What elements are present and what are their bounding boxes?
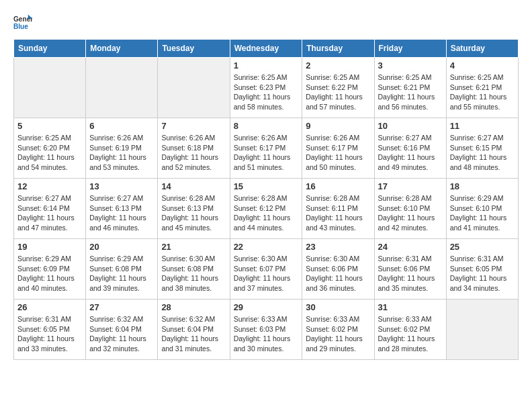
calendar-cell: 9Sunrise: 6:26 AMSunset: 6:17 PMDaylight… xyxy=(302,118,374,179)
weekday-header-sunday: Sunday xyxy=(14,40,86,58)
cell-content: Sunrise: 6:26 AMSunset: 6:18 PMDaylight:… xyxy=(161,133,226,173)
cell-content: Sunrise: 6:27 AMSunset: 6:13 PMDaylight:… xyxy=(89,193,154,233)
cell-content: Sunrise: 6:28 AMSunset: 6:13 PMDaylight:… xyxy=(161,193,226,233)
weekday-header-wednesday: Wednesday xyxy=(230,40,302,58)
day-number: 11 xyxy=(450,121,515,131)
cell-content: Sunrise: 6:32 AMSunset: 6:04 PMDaylight:… xyxy=(89,314,154,354)
weekday-header-thursday: Thursday xyxy=(302,40,374,58)
day-number: 19 xyxy=(17,242,82,252)
calendar-table: SundayMondayTuesdayWednesdayThursdayFrid… xyxy=(13,39,519,360)
day-number: 31 xyxy=(378,302,443,312)
calendar-cell: 22Sunrise: 6:30 AMSunset: 6:07 PMDayligh… xyxy=(230,239,302,300)
calendar-cell: 26Sunrise: 6:31 AMSunset: 6:05 PMDayligh… xyxy=(14,300,86,360)
cell-content: Sunrise: 6:25 AMSunset: 6:21 PMDaylight:… xyxy=(378,73,443,112)
week-row-2: 5Sunrise: 6:25 AMSunset: 6:20 PMDaylight… xyxy=(14,118,519,179)
cell-content: Sunrise: 6:27 AMSunset: 6:14 PMDaylight:… xyxy=(17,193,82,233)
cell-content: Sunrise: 6:26 AMSunset: 6:19 PMDaylight:… xyxy=(89,133,154,173)
calendar-cell: 13Sunrise: 6:27 AMSunset: 6:13 PMDayligh… xyxy=(86,179,158,239)
calendar-cell: 29Sunrise: 6:33 AMSunset: 6:03 PMDayligh… xyxy=(230,300,302,360)
cell-content: Sunrise: 6:27 AMSunset: 6:16 PMDaylight:… xyxy=(378,133,443,173)
day-number: 6 xyxy=(89,121,154,131)
cell-content: Sunrise: 6:28 AMSunset: 6:10 PMDaylight:… xyxy=(378,193,443,233)
calendar-cell: 3Sunrise: 6:25 AMSunset: 6:21 PMDaylight… xyxy=(374,58,446,118)
day-number: 5 xyxy=(17,121,82,131)
week-row-4: 19Sunrise: 6:29 AMSunset: 6:09 PMDayligh… xyxy=(14,239,519,300)
day-number: 14 xyxy=(161,181,226,191)
cell-content: Sunrise: 6:33 AMSunset: 6:02 PMDaylight:… xyxy=(378,314,443,354)
day-number: 20 xyxy=(89,242,154,252)
day-number: 22 xyxy=(234,242,299,252)
cell-content: Sunrise: 6:28 AMSunset: 6:11 PMDaylight:… xyxy=(306,193,370,233)
calendar-cell: 15Sunrise: 6:28 AMSunset: 6:12 PMDayligh… xyxy=(230,179,302,239)
cell-content: Sunrise: 6:31 AMSunset: 6:05 PMDaylight:… xyxy=(450,254,515,293)
logo: General Blue xyxy=(13,13,32,32)
week-row-1: 1Sunrise: 6:25 AMSunset: 6:23 PMDaylight… xyxy=(14,58,519,118)
calendar-cell xyxy=(14,58,86,118)
week-row-5: 26Sunrise: 6:31 AMSunset: 6:05 PMDayligh… xyxy=(14,300,519,360)
calendar-cell: 27Sunrise: 6:32 AMSunset: 6:04 PMDayligh… xyxy=(86,300,158,360)
calendar-cell: 12Sunrise: 6:27 AMSunset: 6:14 PMDayligh… xyxy=(14,179,86,239)
calendar-cell: 19Sunrise: 6:29 AMSunset: 6:09 PMDayligh… xyxy=(14,239,86,300)
weekday-header-monday: Monday xyxy=(86,40,158,58)
day-number: 28 xyxy=(161,302,226,312)
day-number: 21 xyxy=(161,242,226,252)
calendar-cell: 31Sunrise: 6:33 AMSunset: 6:02 PMDayligh… xyxy=(374,300,446,360)
day-number: 17 xyxy=(378,181,443,191)
calendar-cell: 25Sunrise: 6:31 AMSunset: 6:05 PMDayligh… xyxy=(446,239,518,300)
day-number: 10 xyxy=(378,121,443,131)
cell-content: Sunrise: 6:30 AMSunset: 6:07 PMDaylight:… xyxy=(234,254,299,293)
calendar-cell: 17Sunrise: 6:28 AMSunset: 6:10 PMDayligh… xyxy=(374,179,446,239)
weekday-header-friday: Friday xyxy=(374,40,446,58)
calendar-cell: 14Sunrise: 6:28 AMSunset: 6:13 PMDayligh… xyxy=(158,179,230,239)
day-number: 23 xyxy=(306,242,370,252)
cell-content: Sunrise: 6:29 AMSunset: 6:08 PMDaylight:… xyxy=(89,254,154,293)
cell-content: Sunrise: 6:25 AMSunset: 6:21 PMDaylight:… xyxy=(450,73,515,112)
day-number: 12 xyxy=(17,181,82,191)
calendar-cell xyxy=(446,300,518,360)
cell-content: Sunrise: 6:31 AMSunset: 6:06 PMDaylight:… xyxy=(378,254,443,293)
cell-content: Sunrise: 6:29 AMSunset: 6:09 PMDaylight:… xyxy=(17,254,82,293)
cell-content: Sunrise: 6:28 AMSunset: 6:12 PMDaylight:… xyxy=(234,193,299,233)
calendar-cell: 20Sunrise: 6:29 AMSunset: 6:08 PMDayligh… xyxy=(86,239,158,300)
cell-content: Sunrise: 6:25 AMSunset: 6:20 PMDaylight:… xyxy=(17,133,82,173)
cell-content: Sunrise: 6:29 AMSunset: 6:10 PMDaylight:… xyxy=(450,193,515,233)
calendar-cell: 21Sunrise: 6:30 AMSunset: 6:08 PMDayligh… xyxy=(158,239,230,300)
day-number: 3 xyxy=(378,60,443,71)
logo-icon: General Blue xyxy=(13,13,32,32)
day-number: 24 xyxy=(378,242,443,252)
cell-content: Sunrise: 6:25 AMSunset: 6:23 PMDaylight:… xyxy=(234,73,299,112)
page-header: General Blue xyxy=(13,13,519,32)
cell-content: Sunrise: 6:25 AMSunset: 6:22 PMDaylight:… xyxy=(306,73,370,112)
week-row-3: 12Sunrise: 6:27 AMSunset: 6:14 PMDayligh… xyxy=(14,179,519,239)
calendar-cell: 24Sunrise: 6:31 AMSunset: 6:06 PMDayligh… xyxy=(374,239,446,300)
weekday-header-row: SundayMondayTuesdayWednesdayThursdayFrid… xyxy=(14,40,519,58)
calendar-cell: 28Sunrise: 6:32 AMSunset: 6:04 PMDayligh… xyxy=(158,300,230,360)
day-number: 7 xyxy=(161,121,226,131)
day-number: 25 xyxy=(450,242,515,252)
day-number: 27 xyxy=(89,302,154,312)
day-number: 9 xyxy=(306,121,370,131)
cell-content: Sunrise: 6:33 AMSunset: 6:02 PMDaylight:… xyxy=(306,314,370,354)
day-number: 13 xyxy=(89,181,154,191)
day-number: 1 xyxy=(234,60,299,71)
calendar-cell: 7Sunrise: 6:26 AMSunset: 6:18 PMDaylight… xyxy=(158,118,230,179)
calendar-cell: 4Sunrise: 6:25 AMSunset: 6:21 PMDaylight… xyxy=(446,58,518,118)
day-number: 15 xyxy=(234,181,299,191)
svg-text:Blue: Blue xyxy=(13,23,28,30)
calendar-cell: 8Sunrise: 6:26 AMSunset: 6:17 PMDaylight… xyxy=(230,118,302,179)
cell-content: Sunrise: 6:27 AMSunset: 6:15 PMDaylight:… xyxy=(450,133,515,173)
calendar-cell: 5Sunrise: 6:25 AMSunset: 6:20 PMDaylight… xyxy=(14,118,86,179)
calendar-cell: 10Sunrise: 6:27 AMSunset: 6:16 PMDayligh… xyxy=(374,118,446,179)
calendar-cell xyxy=(86,58,158,118)
cell-content: Sunrise: 6:33 AMSunset: 6:03 PMDaylight:… xyxy=(234,314,299,354)
calendar-cell: 16Sunrise: 6:28 AMSunset: 6:11 PMDayligh… xyxy=(302,179,374,239)
weekday-header-tuesday: Tuesday xyxy=(158,40,230,58)
day-number: 4 xyxy=(450,60,515,71)
calendar-cell: 30Sunrise: 6:33 AMSunset: 6:02 PMDayligh… xyxy=(302,300,374,360)
day-number: 18 xyxy=(450,181,515,191)
cell-content: Sunrise: 6:30 AMSunset: 6:08 PMDaylight:… xyxy=(161,254,226,293)
calendar-cell: 11Sunrise: 6:27 AMSunset: 6:15 PMDayligh… xyxy=(446,118,518,179)
calendar-cell xyxy=(158,58,230,118)
day-number: 16 xyxy=(306,181,370,191)
weekday-header-saturday: Saturday xyxy=(446,40,518,58)
